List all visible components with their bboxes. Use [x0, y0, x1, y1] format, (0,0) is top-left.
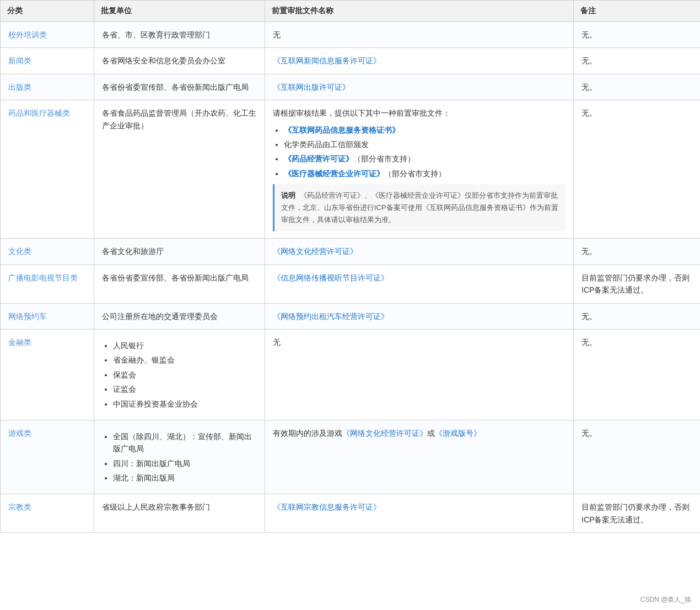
- docs-cell: 无: [265, 329, 574, 420]
- table-row: 出版类各省份省委宣传部、各省份新闻出版广电局《互联网出版许可证》无。: [1, 74, 701, 100]
- category-cell: 文化类: [1, 239, 94, 264]
- category-link[interactable]: 新闻类: [8, 56, 31, 65]
- header-approver: 批复单位: [94, 1, 265, 22]
- category-link[interactable]: 金融类: [8, 338, 31, 347]
- table-row: 金融类人民银行省金融办、银监会保监会证监会中国证券投资基金业协会无无。: [1, 329, 701, 420]
- category-cell: 宗教类: [1, 494, 94, 533]
- docs-text: 《网络文化经营许可证》: [273, 247, 358, 256]
- docs-cell: 《网络文化经营许可证》: [265, 239, 574, 264]
- docs-cell: 《互联网宗教信息服务许可证》: [265, 494, 574, 533]
- notes-cell: 无。: [574, 420, 701, 494]
- table-row: 药品和医疗器械类各省食品药品监督管理局（开办农药、化工生产企业审批）请根据审核结…: [1, 100, 701, 239]
- docs-text: 《互联网宗教信息服务许可证》: [273, 503, 381, 511]
- notes-cell: 无。: [574, 74, 701, 100]
- notes-cell: 无。: [574, 329, 701, 420]
- list-item: 全国（除四川、湖北）：宣传部、新闻出版广电局: [113, 430, 257, 455]
- list-item: 保监会: [113, 369, 257, 381]
- docs-text: 《信息网络传播视听节目许可证》: [273, 273, 389, 282]
- table-row: 新闻类各省网络安全和信息化委员会办公室《互联网新闻信息服务许可证》无。: [1, 48, 701, 74]
- notes-cell: 无。: [574, 239, 701, 264]
- category-cell: 网络预约车: [1, 303, 94, 329]
- table-row: 文化类各省文化和旅游厅《网络文化经营许可证》无。: [1, 239, 701, 264]
- approver-cell: 人民银行省金融办、银监会保监会证监会中国证券投资基金业协会: [94, 329, 265, 420]
- category-link[interactable]: 宗教类: [8, 503, 31, 511]
- table-row: 游戏类全国（除四川、湖北）：宣传部、新闻出版广电局四川：新闻出版广电局湖北：新闻…: [1, 420, 701, 494]
- approver-cell: 全国（除四川、湖北）：宣传部、新闻出版广电局四川：新闻出版广电局湖北：新闻出版局: [94, 420, 265, 494]
- docs-note-box: 说明 《药品经营许可证》、《医疗器械经营企业许可证》仅部分省市支持作为前置审批文…: [273, 184, 566, 231]
- list-item: 中国证券投资基金业协会: [113, 398, 257, 410]
- docs-intro: 请根据审核结果，提供以下其中一种前置审批文件：: [273, 107, 566, 119]
- category-cell: 校外培训类: [1, 22, 94, 48]
- list-item: 湖北：新闻出版局: [113, 472, 257, 484]
- main-container: 分类 批复单位 前置审批文件名称 备注 校外培训类各省、市、区教育行政管理部门无…: [0, 0, 700, 610]
- header-docs: 前置审批文件名称: [265, 1, 574, 22]
- table-row: 校外培训类各省、市、区教育行政管理部门无无。: [1, 22, 701, 48]
- docs-cell: 《互联网新闻信息服务许可证》: [265, 48, 574, 74]
- category-cell: 游戏类: [1, 420, 94, 494]
- notes-cell: 无。: [574, 22, 701, 48]
- approver-cell: 各省网络安全和信息化委员会办公室: [94, 48, 265, 74]
- category-cell: 金融类: [1, 329, 94, 420]
- notes-cell: 无。: [574, 303, 701, 329]
- docs-text: 《互联网新闻信息服务许可证》: [273, 56, 381, 65]
- approver-cell: 各省文化和旅游厅: [94, 239, 265, 264]
- table-row: 网络预约车公司注册所在地的交通管理委员会《网络预约出租汽车经营许可证》无。: [1, 303, 701, 329]
- notes-cell: 无。: [574, 48, 701, 74]
- docs-text: 《互联网出版许可证》: [273, 83, 350, 91]
- main-table: 分类 批复单位 前置审批文件名称 备注 校外培训类各省、市、区教育行政管理部门无…: [0, 0, 700, 533]
- approver-cell: 公司注册所在地的交通管理委员会: [94, 303, 265, 329]
- table-row: 宗教类省级以上人民政府宗教事务部门《互联网宗教信息服务许可证》目前监管部门仍要求…: [1, 494, 701, 533]
- list-item: 人民银行: [113, 339, 257, 352]
- docs-text: 无: [273, 336, 566, 348]
- category-link[interactable]: 游戏类: [8, 429, 31, 438]
- list-item: 《医疗器械经营企业许可证》（部分省市支持）: [284, 168, 566, 180]
- note-title: 说明: [281, 191, 295, 199]
- list-item: 化学类药品由工信部颁发: [284, 138, 566, 150]
- docs-text: 有效期内的涉及游戏《网络文化经营许可证》或《游戏版号》: [265, 420, 574, 494]
- category-cell: 广播电影电视节目类: [1, 264, 94, 303]
- approver-cell: 省级以上人民政府宗教事务部门: [94, 494, 265, 533]
- list-item: 《互联网药品信息服务资格证书》: [284, 124, 566, 136]
- approver-cell: 各省份省委宣传部、各省份新闻出版广电局: [94, 74, 265, 100]
- list-item: 四川：新闻出版广电局: [113, 457, 257, 469]
- table-header-row: 分类 批复单位 前置审批文件名称 备注: [1, 1, 701, 22]
- docs-cell: 《互联网出版许可证》: [265, 74, 574, 100]
- table-row: 广播电影电视节目类各省份省委宣传部、各省份新闻出版广电局《信息网络传播视听节目许…: [1, 264, 701, 303]
- category-cell: 药品和医疗器械类: [1, 100, 94, 239]
- category-link[interactable]: 校外培训类: [8, 30, 47, 39]
- docs-text: 无: [273, 29, 566, 41]
- category-link[interactable]: 广播电影电视节目类: [8, 273, 78, 282]
- approver-cell: 各省、市、区教育行政管理部门: [94, 22, 265, 48]
- notes-cell: 目前监管部门仍要求办理，否则ICP备案无法通过。: [574, 494, 701, 533]
- approver-cell: 各省份省委宣传部、各省份新闻出版广电局: [94, 264, 265, 303]
- docs-cell: 请根据审核结果，提供以下其中一种前置审批文件：《互联网药品信息服务资格证书》化学…: [265, 100, 574, 239]
- list-item: 《药品经营许可证》（部分省市支持）: [284, 153, 566, 165]
- docs-cell: 无: [265, 22, 574, 48]
- list-item: 证监会: [113, 383, 257, 395]
- category-link[interactable]: 药品和医疗器械类: [8, 109, 70, 117]
- docs-text: 《网络预约出租汽车经营许可证》: [273, 312, 389, 321]
- category-link[interactable]: 网络预约车: [8, 312, 47, 321]
- docs-cell: 《信息网络传播视听节目许可证》: [265, 264, 574, 303]
- docs-cell: 《网络预约出租汽车经营许可证》: [265, 303, 574, 329]
- header-notes: 备注: [574, 1, 701, 22]
- notes-cell: 无。: [574, 100, 701, 239]
- category-cell: 新闻类: [1, 48, 94, 74]
- category-link[interactable]: 出版类: [8, 83, 31, 91]
- list-item: 省金融办、银监会: [113, 354, 257, 366]
- header-category: 分类: [1, 1, 94, 22]
- category-link[interactable]: 文化类: [8, 247, 31, 256]
- approver-cell: 各省食品药品监督管理局（开办农药、化工生产企业审批）: [94, 100, 265, 239]
- notes-cell: 目前监管部门仍要求办理，否则ICP备案无法通过。: [574, 264, 701, 303]
- category-cell: 出版类: [1, 74, 94, 100]
- watermark: CSDN @类人_猿: [640, 595, 691, 604]
